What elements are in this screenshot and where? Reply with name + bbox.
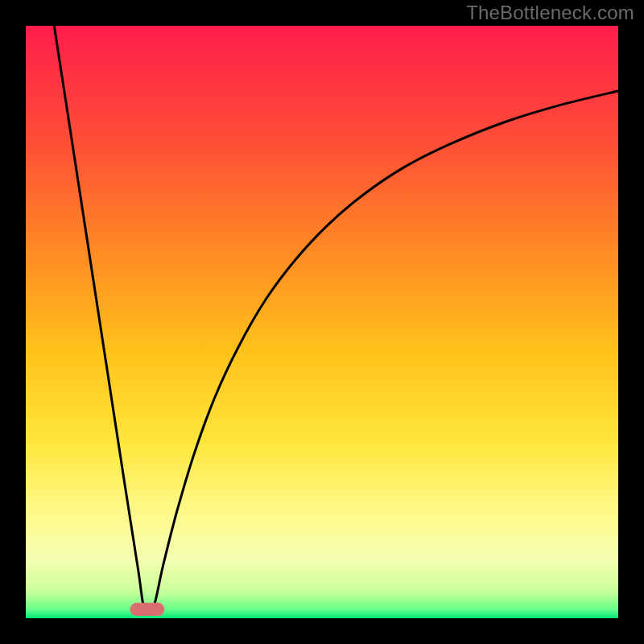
plot-area bbox=[26, 26, 618, 618]
plot-svg bbox=[26, 26, 618, 618]
optimum-marker bbox=[130, 603, 165, 616]
watermark-text: TheBottleneck.com bbox=[466, 2, 634, 24]
chart-frame: TheBottleneck.com bbox=[0, 0, 644, 644]
